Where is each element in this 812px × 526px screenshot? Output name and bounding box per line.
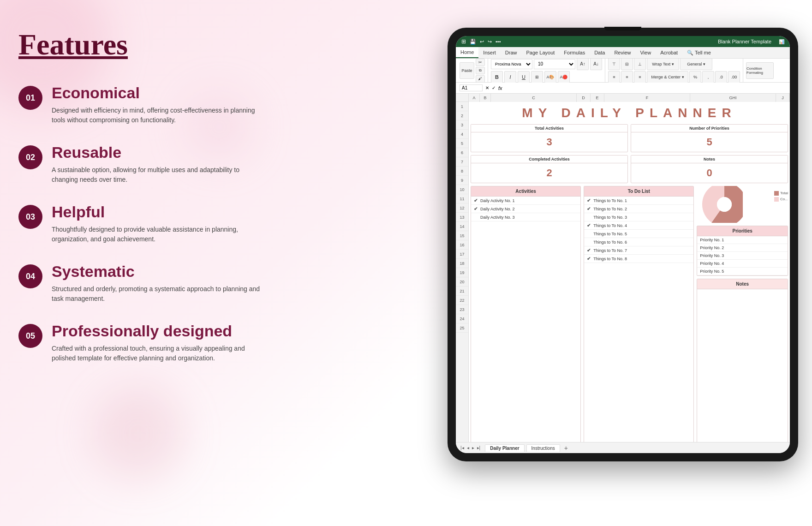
chart-legend: Total Co... (774, 191, 788, 203)
align-top-button[interactable]: ⊤ (608, 58, 620, 70)
font-color-button[interactable]: A🔴 (558, 71, 570, 83)
priorities-box: Priorities Priority No. 1 Priority No. 2 (697, 226, 788, 276)
row-8: 8 (456, 167, 468, 176)
formula-input[interactable] (505, 85, 786, 91)
todo-row-6: ✔ Things to To No. 6 (584, 238, 693, 246)
todo-row-5: ✔ Things to To No. 5 (584, 230, 693, 238)
align-center-button[interactable]: ≡ (621, 71, 633, 83)
decrease-font-button[interactable]: A↓ (590, 58, 602, 70)
feature-title-2: Reusable (52, 143, 264, 161)
todo-text-8: Things to To No. 8 (593, 257, 627, 261)
prev-tab-arrow[interactable]: ◂ (466, 445, 470, 450)
last-tab-arrow[interactable]: ▸| (476, 445, 482, 450)
toolbar-icon-more[interactable]: ••• (496, 39, 501, 44)
row-18: 18 (456, 259, 468, 268)
col-header-e: E (591, 94, 604, 102)
todo-text-4: Things to To No. 4 (593, 223, 627, 228)
row-numbers: 1 2 3 4 5 6 7 8 9 10 11 12 13 14 (456, 102, 469, 442)
copy-button[interactable]: ⧉ (476, 67, 485, 74)
todo-text-3: Things to To No. 3 (593, 215, 627, 220)
toolbar-icon-redo[interactable]: ↪ (488, 39, 492, 45)
tab-instructions[interactable]: Instructions (526, 444, 560, 452)
feature-item-2: 02 Reusable A sustainable option, allowi… (18, 143, 286, 185)
row-14: 14 (456, 222, 468, 231)
percent-button[interactable]: % (689, 71, 701, 83)
todo-check-1: ✔ (587, 198, 591, 203)
formula-confirm-icon[interactable]: ✓ (492, 85, 496, 90)
activity-row-3: ✔ Daily Activity No. 3 (471, 213, 580, 221)
activity-check-1: ✔ (474, 198, 478, 203)
menu-tellme[interactable]: 🔍 Tell me (682, 48, 716, 58)
cut-button[interactable]: ✂ (476, 59, 485, 66)
align-left-button[interactable]: ≡ (608, 71, 620, 83)
feature-content-3: Helpful Thoughtfully designed to provide… (52, 203, 264, 244)
format-painter-button[interactable]: 🖌 (476, 75, 485, 83)
feature-title-1: Economical (52, 84, 264, 102)
excel-icon: ⊞ (461, 38, 466, 45)
italic-button[interactable]: I (504, 71, 516, 83)
toolbar-icon-save[interactable]: 💾 (470, 39, 476, 45)
feature-item-3: 03 Helpful Thoughtfully designed to prov… (18, 203, 286, 244)
increase-font-button[interactable]: A↑ (577, 58, 589, 70)
todo-row-2: ✔ Things to To No. 2 (584, 205, 693, 213)
feature-content-4: Systematic Structured and orderly, promo… (52, 263, 264, 304)
menu-insert[interactable]: Insert (478, 48, 501, 58)
notes-stat-value: 0 (631, 163, 788, 183)
activity-text-1: Daily Activity No. 1 (480, 198, 515, 203)
menu-view[interactable]: View (635, 48, 656, 58)
decimal-dec-button[interactable]: .00 (728, 71, 740, 83)
row-16: 16 (456, 240, 468, 250)
merge-center-button[interactable]: Merge & Center ▾ (647, 71, 688, 83)
cell-reference-input[interactable] (460, 84, 483, 91)
paste-button[interactable]: Paste (460, 62, 474, 79)
align-middle-button[interactable]: ⊟ (621, 58, 633, 70)
font-size-select[interactable]: 10 (534, 59, 575, 69)
align-right-button[interactable]: ≡ (634, 71, 646, 83)
formula-cancel-icon[interactable]: ✕ (485, 85, 489, 90)
search-icon: 🔍 (687, 50, 693, 56)
row-19: 19 (456, 268, 468, 277)
toolbar-icon-undo[interactable]: ↩ (480, 39, 484, 45)
todo-check-8: ✔ (587, 256, 591, 261)
menu-formulas[interactable]: Formulas (559, 48, 590, 58)
sheet-tabs: |◂ ◂ ▸ ▸| Daily Planner Instructions + (456, 442, 790, 453)
decimal-inc-button[interactable]: .0 (715, 71, 727, 83)
comma-button[interactable]: , (702, 71, 714, 83)
menu-acrobat[interactable]: Acrobat (656, 48, 682, 58)
activity-row-2: ✔ Daily Activity No. 2 (471, 205, 580, 213)
next-tab-arrow[interactable]: ▸ (471, 445, 475, 450)
feature-number-1: 01 (18, 86, 42, 110)
wrap-text-button[interactable]: Wrap Text ▾ (647, 58, 679, 70)
feature-item-4: 04 Systematic Structured and orderly, pr… (18, 263, 286, 304)
menu-review[interactable]: Review (609, 48, 635, 58)
row-9: 9 (456, 176, 468, 185)
font-family-select[interactable]: Proxima Nova (491, 59, 532, 69)
conditional-formatting-button[interactable]: Condition Formating (746, 62, 774, 79)
fill-color-button[interactable]: A🎨 (544, 71, 556, 83)
first-tab-arrow[interactable]: |◂ (460, 445, 465, 450)
todo-text-6: Things to To No. 6 (593, 240, 627, 245)
number-format-select[interactable]: General ▾ (680, 58, 712, 70)
feature-desc-4: Structured and orderly, promoting a syst… (52, 284, 264, 304)
row-6: 6 (456, 148, 468, 157)
todo-text-5: Things to To No. 5 (593, 232, 627, 236)
excel-menu-bar: Home Insert Draw Page Layout Formulas Da… (456, 47, 790, 59)
menu-pagelayout[interactable]: Page Layout (522, 48, 560, 58)
bold-button[interactable]: B (491, 71, 503, 83)
menu-home[interactable]: Home (456, 47, 478, 58)
feature-desc-5: Crafted with a professional touch, ensur… (52, 344, 264, 363)
todo-row-8: ✔ Things to To No. 8 (584, 255, 693, 263)
menu-draw[interactable]: Draw (501, 48, 522, 58)
feature-number-4: 04 (18, 264, 42, 288)
underline-button[interactable]: U (518, 71, 530, 83)
tab-daily-planner[interactable]: Daily Planner (485, 444, 524, 452)
row-2: 2 (456, 111, 468, 120)
add-sheet-button[interactable]: + (562, 444, 570, 452)
feature-number-5: 05 (18, 324, 42, 348)
priorities-header: Priorities (697, 226, 788, 236)
align-bottom-button[interactable]: ⊥ (634, 58, 646, 70)
menu-data[interactable]: Data (590, 48, 609, 58)
todo-row-1: ✔ Things to To No. 1 (584, 197, 693, 205)
col-header-ghi: GHI (690, 94, 776, 102)
border-button[interactable]: ⊞ (531, 71, 543, 83)
